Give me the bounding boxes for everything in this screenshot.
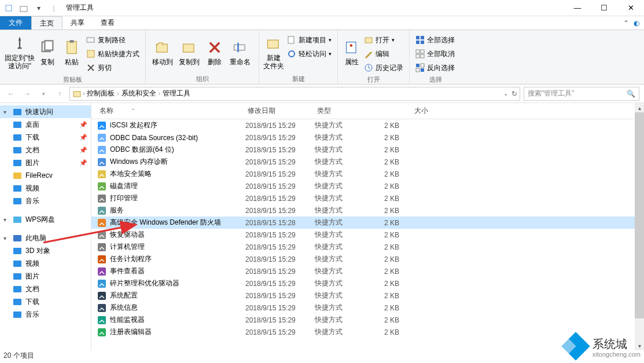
cut-button[interactable]: 剪切 — [86, 61, 139, 74]
scroll-up-icon[interactable]: ▴ — [635, 103, 644, 112]
delete-button[interactable]: 删除 — [203, 32, 227, 73]
open-button[interactable]: 打开▾ — [364, 34, 403, 46]
edit-button[interactable]: 编辑 — [364, 47, 403, 60]
refresh-icon[interactable]: ↻ — [511, 90, 517, 98]
file-row[interactable]: 系统信息2018/9/15 15:29快捷方式2 KB — [91, 302, 644, 314]
svg-rect-38 — [13, 185, 21, 192]
sidebar-item[interactable]: ▾此电脑 — [0, 232, 91, 244]
file-row[interactable]: 性能监视器2018/9/15 15:29快捷方式2 KB — [91, 314, 644, 326]
back-button[interactable]: ← — [5, 87, 17, 100]
folder-icon — [13, 272, 22, 281]
maximize-button[interactable]: ☐ — [591, 0, 617, 16]
minimize-button[interactable]: — — [564, 0, 591, 16]
file-row[interactable]: 系统配置2018/9/15 15:29快捷方式2 KB — [91, 289, 644, 302]
file-size: 2 KB — [384, 292, 430, 300]
expand-caret-icon[interactable]: ▾ — [3, 109, 6, 115]
column-headers[interactable]: 名称⌃ 修改日期 类型 大小 — [91, 103, 644, 119]
file-date: 2018/9/15 15:29 — [245, 170, 315, 178]
file-row[interactable]: 服务2018/9/15 15:29快捷方式2 KB — [91, 204, 644, 217]
file-type: 快捷方式 — [315, 303, 384, 313]
file-row[interactable]: 本地安全策略2018/9/15 15:29快捷方式2 KB — [91, 168, 644, 180]
crumb-0[interactable]: 控制面板 — [86, 89, 116, 98]
history-button[interactable]: 历史记录 — [364, 61, 403, 74]
sidebar-item[interactable]: 图片📌 — [0, 156, 91, 169]
invert-selection-button[interactable]: 反向选择 — [415, 61, 455, 74]
file-row[interactable]: 任务计划程序2018/9/15 15:29快捷方式2 KB — [91, 253, 644, 265]
move-to-button[interactable]: 移动到 — [149, 32, 176, 73]
tab-view[interactable]: 查看 — [93, 16, 123, 30]
forward-button[interactable]: → — [21, 87, 34, 100]
close-button[interactable]: ✕ — [617, 0, 644, 16]
vertical-scrollbar[interactable]: ▴ ▾ — [635, 103, 644, 350]
folder-icon — [13, 107, 22, 116]
file-row[interactable]: 磁盘清理2018/9/15 15:29快捷方式2 KB — [91, 180, 644, 192]
file-row[interactable]: 打印管理2018/9/15 15:29快捷方式2 KB — [91, 192, 644, 204]
sidebar-item[interactable]: 视频 — [0, 182, 91, 195]
qat-dropdown-icon[interactable]: ▾ — [32, 2, 45, 14]
new-folder-button[interactable]: 新建 文件夹 — [263, 32, 285, 73]
pin-quick-access-button[interactable]: 固定到"快 速访问" — [3, 32, 36, 73]
group-label-organize: 组织 — [146, 75, 259, 84]
sidebar-item[interactable]: 3D 对象 — [0, 244, 91, 257]
file-row[interactable]: 恢复驱动器2018/9/15 15:29快捷方式2 KB — [91, 229, 644, 241]
file-type: 快捷方式 — [315, 218, 384, 228]
new-item-button[interactable]: 新建项目▾ — [287, 34, 332, 46]
sidebar-item[interactable]: FileRecv — [0, 169, 91, 182]
copy-path-button[interactable]: 复制路径 — [86, 34, 139, 46]
qat-separator: | — [47, 2, 60, 14]
sidebar-item[interactable]: 文档 — [0, 283, 91, 295]
sidebar-item[interactable]: 文档📌 — [0, 144, 91, 156]
search-box[interactable]: 搜索"管理工具" 🔍 — [524, 87, 639, 101]
file-row[interactable]: 碎片整理和优化驱动器2018/9/15 15:29快捷方式2 KB — [91, 277, 644, 289]
up-button[interactable]: ↑ — [53, 87, 66, 100]
sidebar-item[interactable]: 音乐 — [0, 308, 91, 321]
file-type: 快捷方式 — [315, 266, 384, 276]
sidebar-item[interactable]: 桌面📌 — [0, 118, 91, 131]
file-row[interactable]: 注册表编辑器2018/9/15 15:29快捷方式2 KB — [91, 326, 644, 338]
file-row[interactable]: ODBC Data Sources (32-bit)2018/9/15 15:2… — [91, 131, 644, 144]
file-name: 本地安全策略 — [110, 169, 245, 179]
sidebar-label: 此电脑 — [25, 233, 46, 243]
file-size: 2 KB — [384, 122, 430, 130]
paste-shortcut-button[interactable]: 粘贴快捷方式 — [86, 47, 139, 60]
sidebar-item[interactable]: 下载📌 — [0, 131, 91, 144]
paste-button[interactable]: 粘贴 — [60, 32, 84, 73]
scroll-thumb[interactable] — [635, 112, 644, 318]
copy-button[interactable]: 复制 — [36, 32, 60, 73]
copy-to-button[interactable]: 复制到 — [176, 32, 203, 73]
tab-share[interactable]: 共享 — [62, 16, 93, 30]
easy-access-button[interactable]: 轻松访问▾ — [287, 47, 332, 60]
sidebar-item[interactable]: 音乐 — [0, 195, 91, 207]
qat-icon-1[interactable] — [2, 2, 15, 14]
qat-icon-2[interactable] — [17, 2, 30, 14]
help-icon[interactable]: ◐ — [634, 19, 639, 27]
sidebar-item[interactable]: 下载 — [0, 295, 91, 308]
address-bar[interactable]: › 控制面板› 系统和安全› 管理工具 ⌄ ↻ — [69, 87, 520, 101]
sidebar-label: WPS网盘 — [25, 215, 55, 225]
file-size: 2 KB — [384, 195, 430, 203]
file-row[interactable]: Windows 内存诊断2018/9/15 15:29快捷方式2 KB — [91, 156, 644, 168]
sidebar-item[interactable]: 图片 — [0, 270, 91, 283]
expand-caret-icon[interactable]: ▾ — [3, 235, 6, 241]
crumb-2[interactable]: 管理工具 — [161, 89, 192, 98]
file-row[interactable]: 计算机管理2018/9/15 15:29快捷方式2 KB — [91, 241, 644, 253]
file-row[interactable]: ODBC 数据源(64 位)2018/9/15 15:29快捷方式2 KB — [91, 144, 644, 156]
location-icon — [72, 89, 82, 98]
address-dropdown-icon[interactable]: ⌄ — [503, 90, 508, 97]
sidebar-item[interactable]: ▾WPS网盘 — [0, 213, 91, 226]
file-row[interactable]: 事件查看器2018/9/15 15:29快捷方式2 KB — [91, 265, 644, 277]
sidebar-item[interactable]: ▾快速访问 — [0, 105, 91, 118]
expand-caret-icon[interactable]: ▾ — [3, 217, 6, 223]
properties-button[interactable]: 属性 — [341, 32, 362, 73]
select-none-button[interactable]: 全部取消 — [415, 47, 455, 60]
file-row[interactable]: 高级安全 Windows Defender 防火墙2018/9/15 15:28… — [91, 217, 644, 229]
file-tab[interactable]: 文件 — [0, 16, 31, 30]
sidebar-item[interactable]: 视频 — [0, 257, 91, 270]
recent-button[interactable]: ▾ — [37, 87, 50, 100]
crumb-1[interactable]: 系统和安全 — [120, 89, 157, 98]
file-row[interactable]: iSCSI 发起程序2018/9/15 15:29快捷方式2 KB — [91, 119, 644, 131]
select-all-button[interactable]: 全部选择 — [415, 34, 455, 46]
tab-home[interactable]: 主页 — [31, 16, 62, 30]
ribbon-collapse-icon[interactable]: ⌃ — [623, 19, 629, 27]
rename-button[interactable]: 重命名 — [227, 32, 253, 73]
